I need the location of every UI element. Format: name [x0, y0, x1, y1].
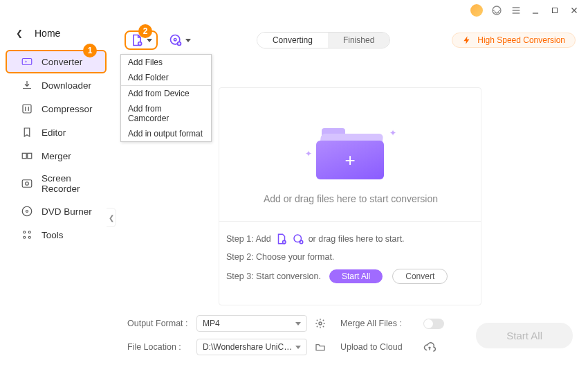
file-location-label: File Location :	[127, 342, 190, 352]
step2-label: Step 2: Choose your format.	[226, 252, 334, 262]
converter-icon	[21, 55, 33, 68]
folder-open-icon[interactable]	[314, 341, 327, 353]
file-location-select[interactable]: D:\Wondershare UniConverter 1	[196, 339, 307, 355]
hsc-label: High Speed Conversion	[477, 35, 565, 45]
svg-rect-5	[28, 153, 32, 159]
window-close-icon[interactable]	[569, 5, 580, 16]
svg-point-7	[26, 182, 29, 186]
sidebar-item-tools[interactable]: Tools	[6, 223, 107, 247]
step1-label-a: Step 1: Add	[226, 234, 271, 244]
dropdown-add-output-format[interactable]: Add in output format	[121, 126, 211, 141]
sidebar-item-merger[interactable]: Merger	[6, 144, 107, 168]
add-dvd-button[interactable]	[165, 32, 195, 48]
folder-plus-icon: ✦ ✦ +	[309, 121, 392, 184]
step1-label-b: or drag files here to start.	[309, 234, 405, 244]
sidebar: ❮ Home Converter Downloader Compressor E…	[0, 21, 112, 365]
chevron-left-icon: ❮	[15, 28, 24, 38]
sidebar-item-label: Screen Recorder	[42, 173, 97, 194]
svg-point-16	[174, 39, 176, 41]
sidebar-item-label: Compressor	[42, 104, 93, 114]
dropdown-add-files[interactable]: Add Files	[121, 55, 211, 70]
disc-plus-icon[interactable]	[292, 233, 304, 245]
output-format-label: Output Format :	[127, 319, 190, 328]
drop-area[interactable]: ✦ ✦ + Add or drag files here to start co…	[219, 121, 482, 204]
callout-badge-2: 2	[138, 24, 152, 38]
sidebar-item-dvd-burner[interactable]: DVD Burner	[6, 199, 107, 223]
svg-rect-1	[553, 8, 558, 13]
sidebar-item-screen-recorder[interactable]: Screen Recorder	[6, 168, 107, 199]
file-location-value: D:\Wondershare UniConverter 1	[203, 342, 295, 352]
merge-label: Merge All Files :	[340, 319, 416, 328]
tab-converting[interactable]: Converting	[257, 33, 328, 48]
home-label: Home	[35, 28, 60, 39]
merger-icon	[21, 150, 33, 162]
merge-all-toggle[interactable]	[423, 319, 444, 329]
sidebar-item-label: Merger	[42, 151, 71, 161]
hamburger-icon[interactable]	[511, 5, 522, 16]
output-format-select[interactable]: MP4	[196, 315, 307, 332]
status-tabs: Converting Finished	[257, 32, 390, 48]
svg-point-10	[24, 231, 26, 233]
settings-gear-icon[interactable]	[314, 317, 327, 330]
tab-finished[interactable]: Finished	[328, 33, 389, 48]
step3-label: Step 3: Start conversion.	[226, 271, 321, 281]
svg-rect-6	[22, 180, 32, 188]
caret-down-icon	[185, 39, 191, 42]
svg-point-8	[22, 206, 32, 216]
main-panel: Converting Finished High Speed Conversio…	[112, 21, 588, 365]
convert-button[interactable]: Convert	[392, 269, 448, 284]
svg-point-12	[24, 236, 26, 238]
caret-down-icon	[295, 346, 301, 349]
start-all-button[interactable]: Start All	[476, 323, 573, 348]
cloud-upload-icon[interactable]	[423, 341, 436, 353]
window-minimize-icon[interactable]	[530, 5, 541, 16]
caret-down-icon	[147, 39, 152, 42]
window-maximize-icon[interactable]	[549, 5, 560, 16]
svg-point-9	[26, 211, 28, 213]
caret-down-icon	[295, 322, 301, 326]
sidebar-item-editor[interactable]: Editor	[6, 121, 107, 144]
support-icon[interactable]	[491, 5, 502, 16]
steps-panel: Step 1: Add or drag files here to start.…	[219, 221, 481, 305]
editor-icon	[21, 126, 33, 139]
footer-bar: Output Format : MP4 Merge All Files : St…	[112, 308, 588, 365]
output-format-value: MP4	[203, 319, 220, 328]
svg-point-11	[28, 231, 30, 233]
record-icon	[21, 177, 33, 190]
dropdown-add-folder[interactable]: Add Folder	[121, 70, 211, 85]
sidebar-item-label: Downloader	[42, 80, 91, 91]
callout-badge-1: 1	[83, 44, 97, 57]
add-dropdown-menu: Add Files Add Folder Add from Device Add…	[120, 54, 212, 142]
file-plus-icon[interactable]	[275, 233, 288, 245]
svg-point-21	[319, 322, 322, 325]
user-avatar[interactable]	[470, 4, 483, 17]
disc-icon	[21, 205, 33, 217]
high-speed-conversion-button[interactable]: High Speed Conversion	[452, 33, 576, 48]
start-all-small-button[interactable]: Start All	[329, 269, 383, 283]
tools-icon	[21, 229, 33, 241]
svg-rect-4	[22, 153, 26, 159]
dropdown-add-from-device[interactable]: Add from Device	[121, 86, 211, 101]
sidebar-item-downloader[interactable]: Downloader	[6, 73, 107, 97]
download-icon	[21, 79, 33, 91]
compress-icon	[21, 103, 33, 115]
sidebar-item-label: Tools	[42, 230, 64, 240]
sidebar-item-label: Converter	[42, 57, 82, 67]
sidebar-item-label: DVD Burner	[42, 206, 92, 217]
svg-rect-3	[23, 105, 31, 113]
sidebar-item-label: Editor	[42, 127, 66, 138]
sidebar-item-compressor[interactable]: Compressor	[6, 97, 107, 121]
dropdown-add-from-camcorder[interactable]: Add from Camcorder	[121, 101, 211, 126]
svg-point-13	[28, 236, 30, 238]
drop-text: Add or drag files here to start conversi…	[219, 193, 482, 204]
collapse-sidebar-icon[interactable]: ❮	[107, 208, 116, 227]
upload-cloud-label: Upload to Cloud	[340, 342, 416, 352]
